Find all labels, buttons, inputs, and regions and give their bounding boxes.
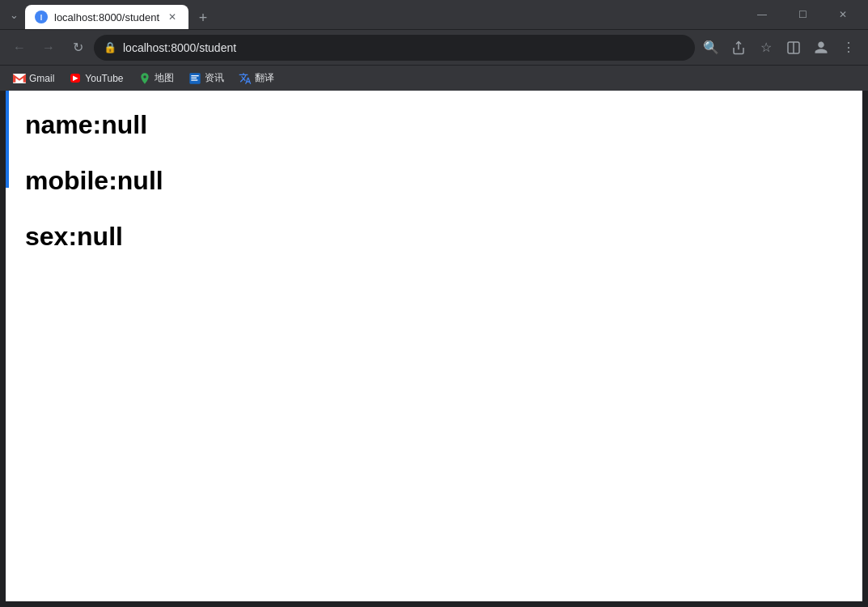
close-button[interactable]: ✕ [824, 0, 862, 29]
address-bar[interactable]: 🔒 localhost:8000/student [94, 35, 695, 61]
maps-icon [138, 72, 151, 85]
nav-actions: 🔍 ☆ ⋮ [698, 35, 862, 61]
back-button[interactable]: ← [6, 35, 32, 61]
translate-icon [239, 72, 252, 85]
translate-label: 翻译 [255, 71, 274, 85]
navigation-bar: ← → ↻ 🔒 localhost:8000/student 🔍 ☆ ⋮ [0, 29, 868, 65]
minimize-button[interactable]: — [743, 0, 781, 29]
bookmark-gmail[interactable]: Gmail [6, 69, 61, 88]
url-text: localhost:8000/student [123, 41, 685, 54]
bookmark-maps[interactable]: 地图 [132, 69, 180, 88]
gmail-icon [13, 72, 26, 85]
sex-field: sex:null [25, 219, 843, 255]
tab-favicon: l [35, 11, 48, 23]
news-icon [188, 72, 201, 85]
menu-button[interactable]: ⋮ [836, 35, 862, 61]
active-tab[interactable]: l localhost:8000/student ✕ [25, 5, 188, 29]
tab-title: localhost:8000/student [54, 11, 159, 23]
bookmark-translate[interactable]: 翻译 [232, 69, 281, 88]
bookmark-youtube[interactable]: ▶ YouTube [62, 69, 129, 88]
new-tab-button[interactable]: + [192, 6, 214, 29]
window-controls: — ☐ ✕ [743, 0, 862, 29]
gmail-label: Gmail [29, 73, 54, 84]
tab-strip-menu[interactable]: ⌄ [6, 6, 22, 24]
profile-button[interactable] [808, 35, 834, 61]
svg-rect-7 [191, 77, 197, 78]
tab-close-button[interactable]: ✕ [166, 11, 179, 23]
reload-button[interactable]: ↻ [65, 35, 91, 61]
share-button[interactable] [726, 35, 752, 61]
focus-indicator [6, 91, 9, 188]
page-wrapper: name:null mobile:null sex:null [0, 91, 868, 601]
page-content: name:null mobile:null sex:null [6, 91, 862, 601]
svg-rect-6 [191, 75, 198, 76]
maps-label: 地图 [155, 71, 174, 85]
mobile-field: mobile:null [25, 163, 843, 199]
title-bar: ⌄ l localhost:8000/student ✕ + — ☐ ✕ [0, 0, 868, 29]
bookmarks-bar: Gmail ▶ YouTube 地图 资讯 翻译 [0, 65, 868, 91]
bookmark-news[interactable]: 资讯 [182, 69, 231, 88]
svg-rect-8 [191, 79, 197, 80]
tab-area: l localhost:8000/student ✕ + [25, 0, 740, 29]
svg-text:l: l [40, 14, 43, 22]
lock-icon: 🔒 [104, 41, 116, 53]
maximize-button[interactable]: ☐ [784, 0, 821, 29]
news-label: 资讯 [205, 71, 224, 85]
zoom-button[interactable]: 🔍 [698, 35, 724, 61]
youtube-label: YouTube [85, 73, 123, 84]
forward-button[interactable]: → [36, 35, 61, 61]
youtube-icon: ▶ [69, 72, 82, 85]
name-field: name:null [25, 107, 843, 143]
bookmark-button[interactable]: ☆ [753, 35, 779, 61]
split-view-button[interactable] [781, 35, 807, 61]
